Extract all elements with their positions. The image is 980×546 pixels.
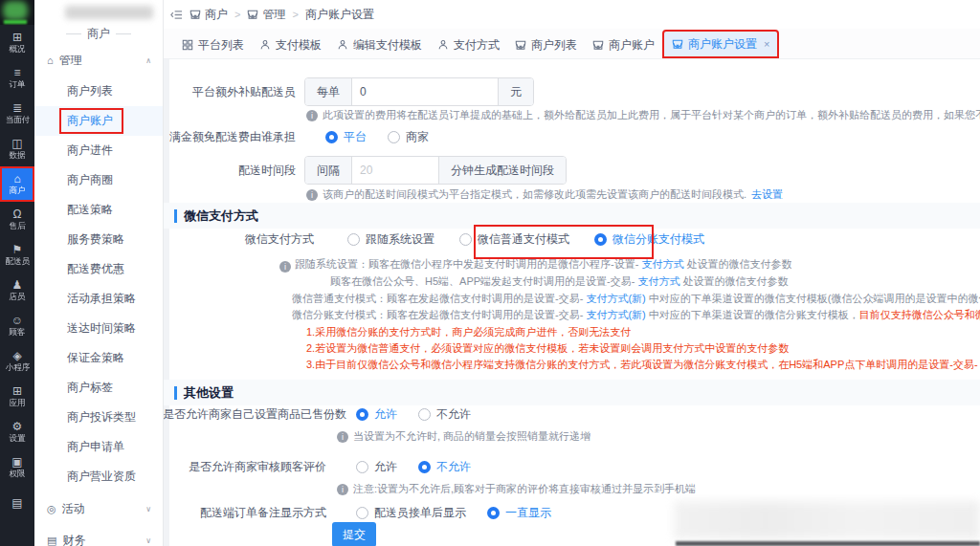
radio-selected-icon[interactable] xyxy=(356,408,368,421)
rail-item-data[interactable]: ◫数据 xyxy=(0,131,34,166)
payment-method-link[interactable]: 支付方式 xyxy=(637,275,679,287)
payment-method-link[interactable]: 支付方式 xyxy=(641,258,683,270)
submenu-item-activity-bearing[interactable]: 活动承担策略 xyxy=(34,284,163,314)
clerk-icon: ♟ xyxy=(12,279,23,291)
radio-selected-icon[interactable] xyxy=(594,233,607,246)
radio-selected-icon[interactable] xyxy=(418,461,431,473)
f2f-pay-icon: ≣ xyxy=(12,102,22,114)
radio-wechat-split[interactable]: 微信分账支付模式 xyxy=(594,231,704,248)
form-row-review-audit: 是否允许商家审核顾客评价 允许 不允许 xyxy=(163,459,471,475)
wechat-warning-3: 3.由于目前仅微信公众号和微信小程序端支持微信分账的支付方式，若此项设置为微信分… xyxy=(306,358,980,372)
settings-form: 平台额外补贴配送员 每单 元 此项设置的费用将在配送员订单提成的基础上，额外给配… xyxy=(163,0,980,546)
radio-always-show[interactable]: 一直显示 xyxy=(487,505,551,521)
go-setting-link[interactable]: 去设置 xyxy=(751,187,783,202)
rail-item-permissions[interactable]: ▣权限 xyxy=(0,449,34,485)
time-slot-tip: 该商户的配送时间段模式为平台指定模式，如需修改此项需先设置该商户的配送时间段模式… xyxy=(306,187,783,202)
review-audit-tip: 注意:设置为不允许后,顾客对于商家的评价将直接审核通过并显示到手机端 xyxy=(337,482,696,496)
radio-wechat-normal[interactable]: 微信普通支付模式 xyxy=(459,231,569,248)
radio-disallow[interactable]: 不允许 xyxy=(418,406,471,423)
submenu-group-finance[interactable]: ▤ 财务 ∨ xyxy=(34,528,163,546)
courier-icon: ⚑ xyxy=(12,244,23,255)
logo-underline xyxy=(4,20,27,24)
form-row-subsidy: 平台额外补贴配送员 每单 元 xyxy=(163,77,534,106)
submenu-item-service-fee-strategy[interactable]: 服务费策略 xyxy=(34,225,163,254)
submenu-item-delivery-strategy[interactable]: 配送策略 xyxy=(34,195,163,225)
radio-platform[interactable]: 平台 xyxy=(325,129,367,145)
form-row-remark-display: 配送端订单备注显示方式 配送员接单后显示 一直显示 xyxy=(163,505,551,521)
info-icon xyxy=(306,110,318,121)
info-icon xyxy=(337,431,348,443)
submenu-children: 商户列表 商户账户 商户进件 商户商圈 配送策略 服务费策略 配送费优惠 活动承… xyxy=(34,76,163,491)
rail-item-courier[interactable]: ⚑配送员 xyxy=(0,237,34,273)
radio-selected-icon[interactable] xyxy=(325,131,338,143)
subsidy-input[interactable] xyxy=(352,78,498,105)
interval-input[interactable] xyxy=(352,157,438,184)
submenu-item-complaint-types[interactable]: 商户投诉类型 xyxy=(34,403,163,432)
field-label: 是否允许商家自己设置商品已售份数 xyxy=(163,406,335,423)
doc-icon: ▤ xyxy=(11,497,22,509)
rail-item-orders[interactable]: ≡订单 xyxy=(0,60,34,96)
submenu-item-deposit-strategy[interactable]: 保证金策略 xyxy=(34,343,163,373)
info-icon xyxy=(306,189,318,201)
rail-item-mini-program[interactable]: ◈小程序 xyxy=(0,343,34,379)
rail-item-customer[interactable]: ☺顾客 xyxy=(0,308,34,343)
payment-method-new-link[interactable]: 支付方式(新) xyxy=(586,309,645,320)
radio-after-accept[interactable]: 配送员接单后显示 xyxy=(356,505,466,521)
field-label: 微信支付方式 xyxy=(163,231,323,248)
rail-item-clerk[interactable]: ♟店员 xyxy=(0,273,34,308)
input-append: 元 xyxy=(498,78,533,105)
permissions-icon: ▣ xyxy=(11,456,22,468)
wechat-warning-1: 1.采用微信分账的支付方式时，商户必须完成商户进件，否则无法支付 xyxy=(306,325,631,339)
submenu-item-merchant-account[interactable]: 商户账户 xyxy=(34,106,163,136)
rail-item-apps[interactable]: ⊞应用 xyxy=(0,379,34,414)
rail-item-f2f-pay[interactable]: ≣当面付 xyxy=(0,96,34,131)
radio-icon[interactable] xyxy=(418,408,431,421)
left-icon-rail: ⊞概况 ≡订单 ≣当面付 ◫数据 ⌂商户 Ω售后 ⚑配送员 ♟店员 ☺顾客 ◈小… xyxy=(0,0,34,546)
payment-method-new-link[interactable]: 支付方式(新) xyxy=(586,293,645,304)
blurred-watermark-strip xyxy=(676,541,980,546)
overview-icon: ⊞ xyxy=(12,32,22,43)
radio-selected-icon[interactable] xyxy=(487,507,500,519)
subsidy-tip: 此项设置的费用将在配送员订单提成的基础上，额外给配送员加上此费用，属于平台针对某… xyxy=(306,108,980,122)
radio-allow[interactable]: 允许 xyxy=(356,406,397,423)
form-row-sold-count: 是否允许商家自己设置商品已售份数 允许 不允许 xyxy=(163,406,471,423)
wechat-warning-2: 2.若设置为微信普通支付，必须设置对应的微信支付模板，若未设置则会调用支付方式中… xyxy=(306,341,789,356)
rail-item-settings[interactable]: ⚙设置 xyxy=(0,414,34,449)
chevron-up-icon: ∧ xyxy=(145,56,151,65)
submit-button[interactable]: 提交 xyxy=(332,522,376,546)
wechat-tip-4: 微信分账支付模式：顾客在发起微信支付时调用的是设置-交易- 支付方式(新) 中对… xyxy=(292,308,980,322)
submenu-item-merchant-list[interactable]: 商户列表 xyxy=(34,76,163,106)
radio-icon[interactable] xyxy=(356,507,368,519)
aftersale-icon: Ω xyxy=(13,208,22,220)
submenu-item-merchant-tags[interactable]: 商户标签 xyxy=(34,373,163,403)
radio-merchant[interactable]: 商家 xyxy=(388,129,429,145)
radio-icon[interactable] xyxy=(388,131,400,143)
rail-item-merchant[interactable]: ⌂商户 xyxy=(0,166,34,202)
radio-allow[interactable]: 允许 xyxy=(356,459,397,475)
rail-item-more[interactable]: ▤ xyxy=(0,485,34,520)
chevron-down-icon: ∨ xyxy=(145,536,151,545)
info-icon xyxy=(337,484,348,495)
submenu-item-delivery-fee-discount[interactable]: 配送费优惠 xyxy=(34,254,163,284)
submenu-group-activity[interactable]: ◎ 活动 ∨ xyxy=(34,496,163,521)
rail-item-overview[interactable]: ⊞概况 xyxy=(0,25,34,60)
radio-disallow[interactable]: 不允许 xyxy=(418,459,471,475)
submenu-item-merchant-onboarding[interactable]: 商户进件 xyxy=(34,136,163,165)
time-slot-input-group: 间隔 分钟生成配送时间段 xyxy=(304,156,567,185)
radio-icon[interactable] xyxy=(356,461,368,473)
submenu-item-delivery-time-strategy[interactable]: 送达时间策略 xyxy=(34,314,163,343)
radio-icon[interactable] xyxy=(459,233,472,246)
radio-icon[interactable] xyxy=(347,233,360,246)
submenu-item-merchant-application[interactable]: 商户申请单 xyxy=(34,432,163,462)
radio-follow-system[interactable]: 跟随系统设置 xyxy=(347,231,434,248)
chevron-down-icon: ∨ xyxy=(145,505,151,513)
submenu-item-merchant-district[interactable]: 商户商圈 xyxy=(34,165,163,195)
submenu-group-manage[interactable]: ⌂ 管理 ∧ xyxy=(34,48,163,73)
field-label: 配送端订单备注显示方式 xyxy=(163,505,335,521)
rail-item-aftersale[interactable]: Ω售后 xyxy=(0,202,34,237)
main-area: 商户 > 管理 > 商户账户设置 平台列表 支付模板 编辑支付模板 支付方式 xyxy=(163,0,980,546)
submenu-item-business-qualification[interactable]: 商户营业资质 xyxy=(34,462,163,491)
form-row-free-delivery: 满金额免配送费由谁承担 平台 商家 xyxy=(163,129,429,145)
section-accent-bar xyxy=(174,386,177,400)
submenu-title: 商户 xyxy=(34,25,163,42)
